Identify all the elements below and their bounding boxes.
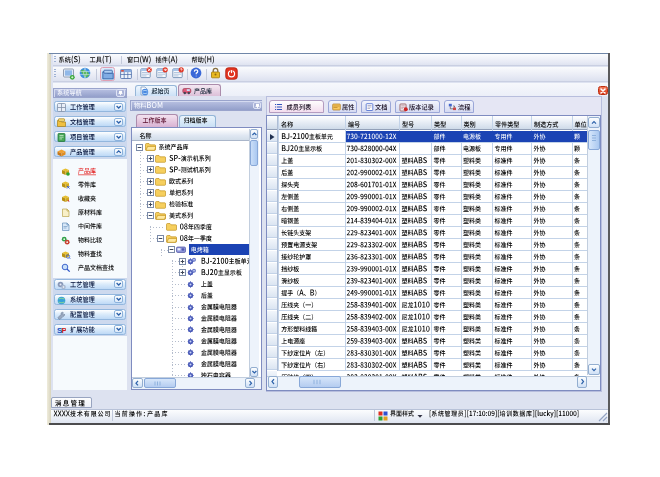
svg-text:P: P: [62, 326, 67, 335]
